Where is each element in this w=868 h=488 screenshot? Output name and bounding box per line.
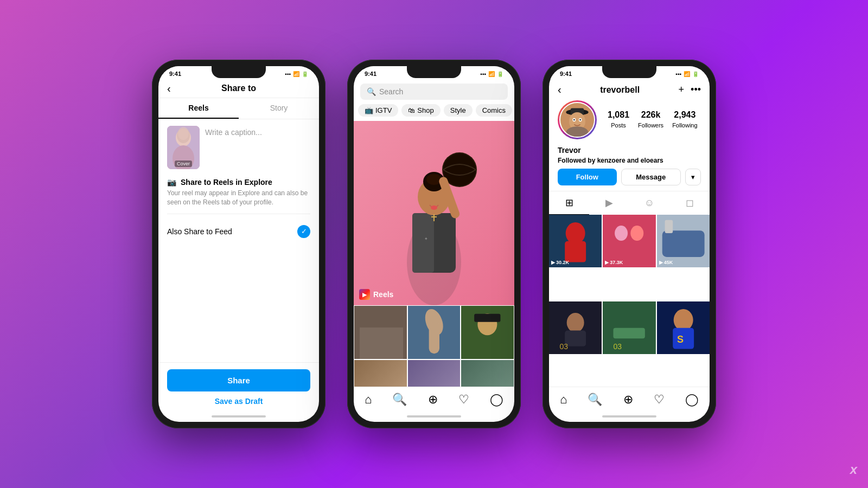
add-icon-3[interactable]: ⊕	[623, 393, 633, 407]
explore-search-bar[interactable]: 🔍 Search	[354, 79, 514, 104]
svg-point-14	[443, 153, 476, 186]
status-icons-1: ▪▪▪ 📶 🔋	[285, 71, 308, 77]
category-igtv[interactable]: 📺 IGTV	[358, 104, 398, 117]
followers-count: 226k	[638, 110, 663, 120]
comics-label: Comics	[482, 106, 506, 114]
home-icon-2[interactable]: ⌂	[365, 393, 372, 407]
explore-cell-5[interactable]	[407, 359, 461, 387]
share-button[interactable]: Share	[167, 369, 310, 391]
svg-rect-39	[565, 241, 586, 262]
bottom-nav-2: ⌂ 🔍 ⊕ ♡ ◯	[354, 387, 514, 412]
category-style[interactable]: Style	[444, 104, 473, 117]
home-icon-3[interactable]: ⌂	[560, 393, 567, 407]
svg-point-54	[673, 309, 693, 331]
grid-post-3[interactable]: ▶ 45K	[657, 215, 710, 267]
followers-stat[interactable]: 226k Followers	[638, 110, 663, 130]
follow-button[interactable]: Follow	[558, 169, 617, 185]
reels-icon: ▶	[359, 289, 370, 300]
search-icon-3[interactable]: 🔍	[588, 393, 602, 407]
tab-mentions[interactable]: ◻	[669, 191, 710, 215]
also-share-checkbox[interactable]: ✓	[297, 225, 310, 238]
tab-story[interactable]: Story	[239, 98, 319, 119]
phone-3: 9:41 ▪▪▪ 📶 🔋 ‹ trevorbell + •••	[542, 60, 716, 428]
play-icon-2: ▶	[605, 260, 609, 265]
avatar[interactable]	[559, 102, 595, 138]
explore-feed: ✦ ▶ Reels	[354, 121, 514, 387]
profile-username: trevorbell	[600, 85, 640, 95]
heart-icon-3[interactable]: ♡	[654, 393, 665, 407]
cell-views-3: ▶ 45K	[659, 260, 673, 265]
add-icon-2[interactable]: ⊕	[428, 393, 438, 407]
explore-cell-4[interactable]	[354, 359, 407, 387]
explore-cell-2[interactable]	[407, 305, 461, 359]
profile-icon-2[interactable]: ◯	[490, 393, 503, 407]
following-count: 2,943	[672, 110, 697, 120]
back-button[interactable]: ‹	[167, 82, 171, 95]
caption-input[interactable]: Write a caption...	[205, 126, 310, 169]
explore-cell-1[interactable]	[354, 305, 407, 359]
grid-post-6[interactable]: S	[657, 301, 710, 354]
profile-info: 1,081 Posts 226k Followers 2,943 Followi…	[549, 100, 710, 146]
tab-reels[interactable]: Reels	[158, 98, 239, 119]
also-share-row[interactable]: Also Share to Feed ✓	[167, 221, 310, 242]
categories-row: 📺 IGTV 🛍 Shop Style Comics TV & Movie	[354, 104, 514, 121]
time-2: 9:41	[365, 70, 376, 77]
grid-post-4[interactable]: 03	[549, 301, 602, 354]
svg-point-42	[631, 226, 644, 241]
posts-stat: 1,081 Posts	[608, 110, 629, 130]
phone-2: 9:41 ▪▪▪ 📶 🔋 🔍 Search 📺 IGTV	[347, 60, 521, 428]
svg-rect-24	[429, 322, 439, 354]
search-icon: 🔍	[367, 87, 376, 96]
following-stat[interactable]: 2,943 Following	[672, 110, 697, 130]
svg-point-4	[178, 127, 189, 140]
more-options-icon[interactable]: •••	[691, 84, 701, 95]
status-icons-2: ▪▪▪ 📶 🔋	[480, 71, 503, 77]
play-icon-1: ▶	[551, 260, 555, 265]
home-indicator-1	[212, 415, 266, 418]
followers-label: Followers	[638, 122, 663, 129]
category-shop[interactable]: 🛍 Shop	[401, 104, 440, 117]
battery-icon: 🔋	[302, 71, 308, 77]
svg-point-47	[567, 312, 584, 332]
cover-thumbnail[interactable]: Cover	[167, 126, 200, 169]
tab-grid[interactable]: ⊞	[549, 191, 589, 215]
save-draft-button[interactable]: Save as Draft	[167, 397, 310, 406]
add-post-icon[interactable]: +	[679, 84, 685, 95]
posts-count: 1,081	[608, 110, 629, 120]
svg-point-12	[426, 174, 442, 185]
tab-reels-profile[interactable]: ▶	[589, 191, 629, 215]
message-button[interactable]: Message	[621, 169, 681, 185]
reel-main-video[interactable]: ✦ ▶ Reels	[354, 121, 514, 305]
explore-cell-3[interactable]	[461, 305, 514, 359]
profile-icon-3[interactable]: ◯	[685, 393, 699, 407]
svg-rect-27	[475, 314, 501, 322]
bottom-nav-3: ⌂ 🔍 ⊕ ♡ ◯	[549, 387, 710, 412]
heart-icon-2[interactable]: ♡	[458, 393, 469, 407]
search-icon-2[interactable]: 🔍	[392, 393, 407, 407]
page-title: Share to	[221, 84, 256, 93]
profile-back-button[interactable]: ‹	[558, 84, 561, 96]
play-icon-3: ▶	[659, 260, 663, 265]
category-comics[interactable]: Comics	[476, 104, 512, 117]
cell-views-2: ▶ 37.3K	[605, 260, 623, 265]
dropdown-button[interactable]: ▾	[685, 169, 701, 185]
share-explore-title: 📷 Share to Reels in Explore	[167, 178, 310, 187]
svg-point-41	[615, 226, 628, 241]
svg-text:03: 03	[614, 342, 622, 350]
wifi-icon-2: 📶	[488, 71, 495, 77]
grid-post-1[interactable]: ▶ 30.2K	[549, 215, 602, 267]
svg-rect-44	[662, 230, 704, 257]
shop-icon: 🛍	[408, 106, 415, 114]
status-icons-3: ▪▪▪ 📶 🔋	[675, 71, 699, 77]
grid-post-5[interactable]: 03	[603, 301, 655, 354]
share-explore-text: Share to Reels in Explore	[181, 178, 272, 187]
explore-cell-6[interactable]	[461, 359, 514, 387]
tab-tagged[interactable]: ☺	[629, 191, 669, 215]
profile-header-icons: + •••	[679, 84, 701, 95]
notch-3	[602, 66, 656, 78]
phone-1: 9:41 ▪▪▪ 📶 🔋 ‹ Share to Reels Story	[152, 60, 326, 428]
search-input-area[interactable]: 🔍 Search	[360, 84, 508, 100]
profile-header: ‹ trevorbell + •••	[549, 79, 710, 100]
cell-views-1: ▶ 30.2K	[551, 260, 569, 265]
grid-post-2[interactable]: ▶ 37.3K	[603, 215, 655, 267]
